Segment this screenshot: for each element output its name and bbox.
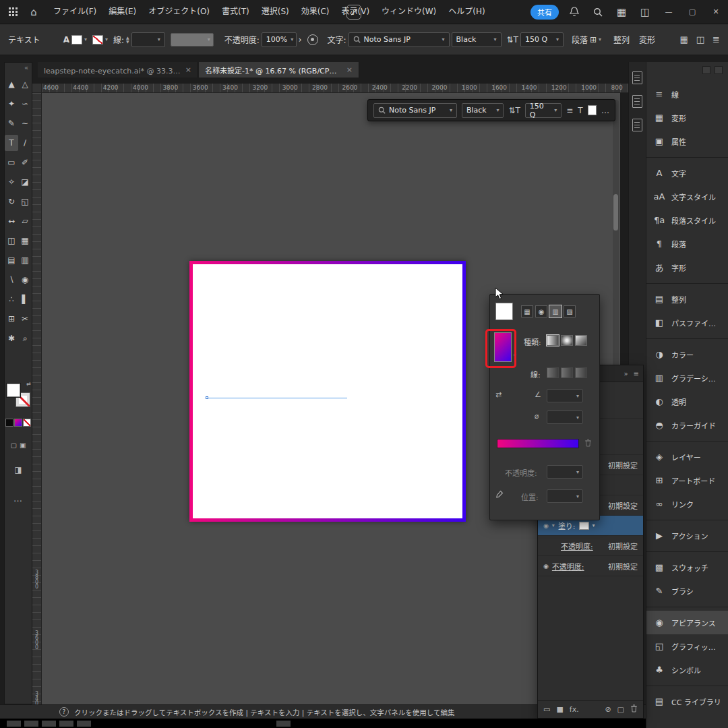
dock-collapse-icon[interactable] [702, 66, 710, 74]
duplicate-item-icon[interactable]: ▢ [617, 705, 624, 714]
dock-item-attributes[interactable]: ▣ 属性 [646, 129, 728, 153]
stroke-weight-stepper[interactable]: ▲▼ [126, 36, 129, 44]
horizontal-ruler[interactable]: 4600440042004000380036003400320030002800… [42, 84, 628, 93]
curvature-tool[interactable]: ∼ [18, 115, 32, 131]
menu-edit[interactable]: 編集(E) [102, 0, 142, 24]
more-options-arrow-icon[interactable]: › [299, 35, 302, 44]
lasso-tool[interactable]: ∽ [18, 96, 32, 112]
text-tool[interactable]: T [5, 135, 18, 151]
dock-item-character-styles[interactable]: aA 文字スタイル [646, 185, 728, 208]
color-mode-button[interactable] [5, 419, 13, 427]
dock-item-color[interactable]: ◑ カラー [646, 342, 728, 366]
stroke-profile-select[interactable]: ▾ [171, 33, 214, 47]
mesh-tool[interactable]: ▤ [5, 252, 18, 268]
character-fill-proxy[interactable]: A ▾ [63, 35, 87, 44]
eyedropper-tool[interactable]: ∖ [5, 272, 18, 288]
line-segment-tool[interactable]: ∕ [18, 135, 32, 151]
dock-panel-icon[interactable]: » [624, 370, 628, 377]
shaper-tool[interactable]: ✧ [5, 174, 18, 190]
dock-item-cc-libraries[interactable]: ▤ CC ライブラリ [646, 690, 728, 713]
document-layout-icon[interactable]: ◫ [696, 34, 704, 44]
stop-location-select[interactable]: ▾ [547, 489, 583, 503]
add-stroke-icon[interactable]: ▭ [543, 705, 550, 714]
draw-inside-icon[interactable]: ▣ [20, 442, 26, 449]
dock-item-swatches[interactable]: ▩ スウォッチ [646, 555, 728, 579]
dock-item-transparency[interactable]: ◐ 透明 [646, 390, 728, 413]
text-fill-swatch[interactable] [588, 105, 597, 115]
delete-item-icon[interactable] [630, 704, 638, 715]
appearance-row-opacity[interactable]: ◉ 不透明度: 初期設定 [538, 556, 643, 576]
maximize-button[interactable]: ▢ [684, 7, 700, 16]
perspective-grid-tool[interactable]: ▦ [18, 233, 32, 249]
recolor-artwork-icon[interactable] [307, 34, 318, 45]
edit-toolbar-icon[interactable]: … [13, 493, 23, 504]
artboard[interactable] [189, 261, 466, 522]
column-graph-tool[interactable]: ▌ [18, 291, 32, 307]
selection-tool[interactable]: ▲ [5, 76, 18, 92]
minimize-button[interactable]: — [661, 7, 677, 16]
vertical-ruler[interactable]: 380036003400 [32, 93, 42, 704]
font-family-select[interactable]: Noto Sans JP▾ [348, 32, 450, 47]
free-transform-tool[interactable]: ▱ [18, 213, 32, 229]
hand-tool[interactable]: ✱ [5, 330, 18, 346]
pen-tool[interactable]: ✎ [5, 115, 18, 131]
tab-close-icon[interactable]: × [185, 65, 191, 74]
dock-item-paragraph[interactable]: ¶ 段落 [646, 232, 728, 255]
freeform-gradient-button[interactable] [575, 335, 587, 346]
dock-item-gradient[interactable]: ▥ グラデーション [646, 366, 728, 390]
chevron-down-icon[interactable]: ▾ [593, 522, 595, 528]
linear-gradient-button[interactable] [547, 335, 559, 346]
shape-builder-tool[interactable]: ◫ [5, 233, 18, 249]
reverse-gradient-icon[interactable]: ⇄ [495, 390, 502, 399]
transform-button[interactable]: 変形 [639, 34, 655, 45]
dock-item-appearance[interactable]: ◉ アピアランス [646, 611, 728, 634]
dock-item-links[interactable]: ∞ リンク [646, 492, 728, 516]
stroke-gradient-along-button[interactable] [561, 367, 573, 378]
artboard-surface[interactable] [193, 264, 462, 518]
rectangle-tool[interactable]: ▭ [5, 154, 18, 171]
home-icon[interactable]: ⌂ [26, 4, 42, 20]
align-button[interactable]: 整列 [613, 34, 630, 45]
current-color-swatch[interactable] [495, 303, 513, 320]
font-family-select[interactable]: Noto Sans JP▾ [373, 103, 457, 118]
dock-item-stroke[interactable]: ≡ 線 [646, 82, 728, 106]
font-weight-select[interactable]: Black▾ [452, 32, 502, 47]
dock-item-brushes[interactable]: ✎ ブラシ [646, 579, 728, 603]
taskbar-item[interactable] [42, 721, 56, 727]
arrange-documents-icon[interactable]: ▦ [680, 34, 688, 44]
stroke-gradient-within-button[interactable] [547, 367, 559, 378]
panel-menu-icon[interactable]: ≡ [634, 370, 639, 377]
opacity-link[interactable]: 不透明度: [552, 561, 584, 572]
expand-chevron-icon[interactable]: ▾ [552, 522, 555, 528]
center-app-icon[interactable] [346, 5, 361, 20]
appearance-row-char-opacity[interactable]: 不透明度: 初期設定 [538, 536, 643, 556]
opacity-label[interactable]: 不透明度: [224, 34, 260, 45]
collapsed-panel-icon[interactable] [632, 71, 642, 84]
add-effect-icon[interactable]: fx. [570, 705, 579, 714]
dock-item-glyphs[interactable]: あ 字形 [646, 255, 728, 279]
delete-stop-icon[interactable] [584, 439, 592, 449]
gradient-slider[interactable] [497, 439, 579, 448]
dock-item-align[interactable]: ▤ 整列 [646, 287, 728, 311]
fill-color-swatch[interactable] [71, 35, 82, 44]
magic-wand-tool[interactable]: ✦ [5, 96, 18, 112]
gradient-view-button[interactable]: ▥ [549, 305, 562, 317]
blend-tool[interactable]: ◉ [18, 272, 32, 288]
workspace-switcher-icon[interactable]: ▦ [613, 4, 630, 20]
none-mode-button[interactable] [23, 419, 31, 427]
character-panel-icon[interactable]: T [578, 106, 582, 115]
swatches-view-button[interactable]: ▦ [521, 305, 533, 317]
menu-help[interactable]: ヘルプ(H) [442, 0, 491, 24]
taskbar-item[interactable] [276, 721, 291, 727]
radial-gradient-button[interactable] [561, 335, 573, 346]
taskbar-item[interactable] [59, 721, 73, 727]
menu-file[interactable]: ファイル(F) [47, 0, 102, 24]
fill-stroke-proxy[interactable]: ⇄ [7, 384, 30, 406]
menu-select[interactable]: 選択(S) [255, 0, 295, 24]
close-button[interactable]: ✕ [708, 7, 724, 16]
toolbar-collapse-icon[interactable]: « [5, 63, 32, 76]
none-color-button[interactable]: ▨ [564, 305, 576, 317]
paintbrush-tool[interactable]: ✐ [18, 154, 32, 171]
search-icon[interactable] [590, 4, 606, 20]
direct-selection-tool[interactable]: △ [18, 76, 32, 92]
